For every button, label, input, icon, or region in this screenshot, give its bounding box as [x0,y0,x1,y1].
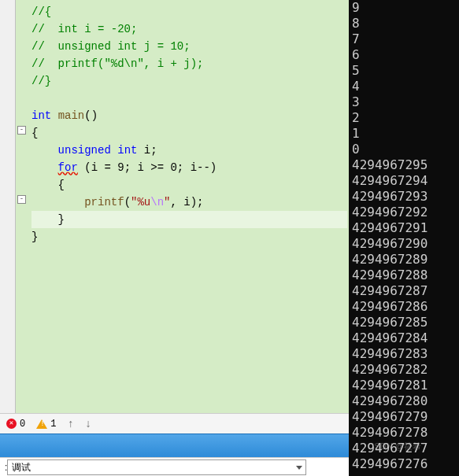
warning-icon [36,419,47,429]
dropdown-bar: : 调试 [0,457,349,476]
code-line: //} [31,75,51,87]
fold-toggle[interactable]: - [17,195,26,204]
fold-column: - - [16,0,30,413]
code-content[interactable]: //{ // int i = -20; // unsigned int j = … [30,0,349,413]
console-line: 7 [352,31,456,47]
console-line: 4294967281 [352,378,456,393]
blank-line [31,90,347,107]
console-line: 4294967285 [352,315,456,330]
error-icon: ✕ [6,419,17,429]
console-line: 4294967283 [352,346,456,362]
console-line: 4294967280 [352,393,456,409]
console-line: 4294967278 [352,425,456,441]
console-line: 4294967282 [352,362,456,378]
console-line: 3 [352,94,456,110]
console-line: 4294967294 [352,173,456,189]
editor-pane: - - //{ // int i = -20; // unsigned int … [0,0,349,476]
console-line: 1 [352,126,456,142]
console-output[interactable]: 9876543210429496729542949672944294967293… [349,0,459,476]
toolbar-strip [0,434,349,457]
console-line: 0 [352,142,456,157]
code-line: int main() [31,107,347,124]
console-line: 4294967293 [352,189,456,205]
code-line: } [31,211,347,228]
console-line: 8 [352,16,456,31]
watermark: CSDN @筱希 [368,441,421,452]
error-count[interactable]: ✕ 0 [6,419,25,430]
console-line: 4294967287 [352,283,456,299]
code-line: { [31,176,347,194]
gutter [0,0,16,413]
console-line: 4 [352,79,456,94]
console-line: 4294967279 [352,409,456,425]
code-line: //{ [31,6,51,18]
nav-up-icon[interactable]: ↑ [67,418,73,430]
console-line: 5 [352,63,456,79]
console-line: 4294967286 [352,299,456,315]
code-line: unsigned int i; [31,142,347,159]
console-line: 4294967288 [352,268,456,283]
console-line: 6 [352,47,456,63]
root: - - //{ // int i = -20; // unsigned int … [0,0,459,476]
nav-down-icon[interactable]: ↓ [85,418,91,430]
code-line: // int i = -20; [31,23,137,35]
console-line: 4294967289 [352,252,456,268]
console-line: 9 [352,0,456,16]
config-dropdown[interactable]: 调试 [7,459,306,475]
console-line: 4294967290 [352,236,456,252]
status-bar: ✕ 0 1 ↑ ↓ [0,413,349,434]
console-line: 4294967292 [352,205,456,220]
code-line: { [31,124,347,142]
console-line: 4294967284 [352,330,456,346]
fold-toggle[interactable]: - [17,126,26,135]
code-line: printf("%u\n", i); [31,194,347,211]
console-line: 4294967276 [352,456,456,472]
code-line: // unsigned int j = 10; [31,40,191,53]
code-line: // printf("%d\n", i + j); [31,57,203,70]
console-line: 4294967291 [352,220,456,236]
console-line: 4294967295 [352,157,456,173]
warning-count[interactable]: 1 [36,419,56,430]
code-line: } [31,228,347,245]
console-line: 2 [352,110,456,126]
code-area: - - //{ // int i = -20; // unsigned int … [0,0,349,413]
code-line: for (i = 9; i >= 0; i--) [31,159,347,176]
